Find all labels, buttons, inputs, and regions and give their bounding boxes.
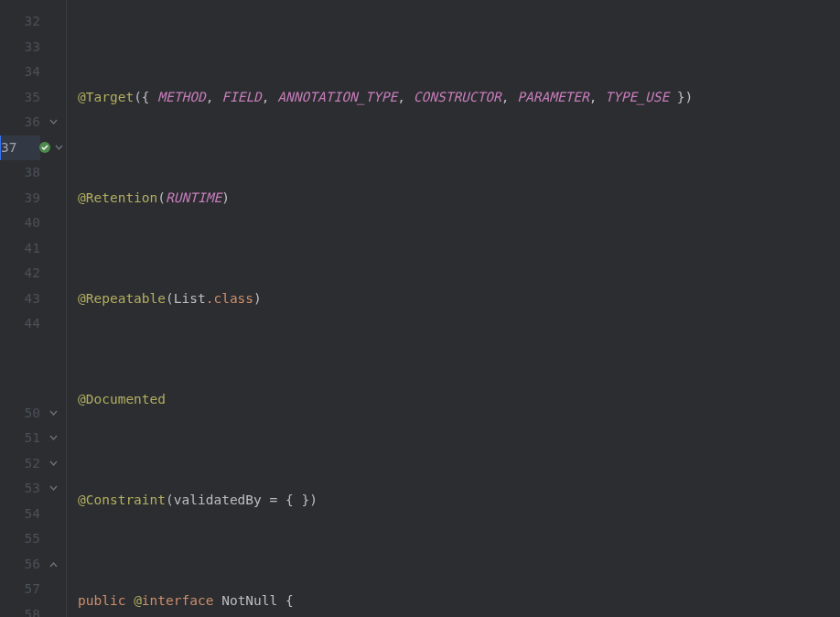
- line-number[interactable]: 35: [0, 85, 40, 111]
- line-number[interactable]: 54: [0, 502, 40, 527]
- line-number[interactable]: 55: [0, 526, 40, 552]
- line-number[interactable]: 52: [0, 451, 40, 477]
- line-number[interactable]: 42: [0, 261, 40, 287]
- line-number[interactable]: 50: [0, 401, 40, 427]
- code-line[interactable]: @Constraint(validatedBy = { }): [78, 488, 840, 514]
- code-line[interactable]: @Documented: [78, 387, 840, 413]
- line-number[interactable]: 33: [0, 35, 40, 60]
- line-number[interactable]: 58: [0, 602, 40, 618]
- fold-toggle-icon[interactable]: [40, 451, 66, 477]
- fold-toggle-icon[interactable]: [40, 552, 66, 578]
- line-number[interactable]: 43: [0, 287, 40, 312]
- line-number: [0, 337, 40, 401]
- code-line[interactable]: @Repeatable(List.class): [78, 287, 840, 312]
- line-number[interactable]: 51: [0, 426, 40, 451]
- line-number[interactable]: 53: [0, 476, 40, 502]
- code-line[interactable]: public @interface NotNull {: [78, 589, 840, 614]
- line-number[interactable]: 44: [0, 311, 40, 337]
- code-area[interactable]: @Target({ METHOD, FIELD, ANNOTATION_TYPE…: [67, 0, 840, 617]
- line-number[interactable]: 39: [0, 186, 40, 211]
- fold-toggle-icon[interactable]: [40, 110, 66, 135]
- line-number[interactable]: 32: [0, 9, 40, 35]
- implementing-method-icon[interactable]: [40, 135, 66, 161]
- fold-toggle-icon[interactable]: [40, 426, 66, 451]
- code-line[interactable]: @Target({ METHOD, FIELD, ANNOTATION_TYPE…: [78, 85, 840, 111]
- gutter: 32 33 34 35 36 37 38 39 40 41 42 43 44 5…: [0, 0, 66, 617]
- gutter-icon-strip: [40, 9, 66, 577]
- line-number[interactable]: 38: [0, 160, 40, 186]
- code-line[interactable]: @Retention(RUNTIME): [78, 186, 840, 211]
- line-number[interactable]: 40: [0, 211, 40, 236]
- fold-toggle-icon[interactable]: [40, 401, 66, 427]
- line-number[interactable]: 57: [0, 577, 40, 602]
- line-number[interactable]: 36: [0, 110, 40, 135]
- fold-toggle-icon[interactable]: [40, 476, 66, 502]
- line-number-current[interactable]: 37: [0, 135, 40, 161]
- line-number[interactable]: 34: [0, 60, 40, 85]
- line-number[interactable]: 56: [0, 552, 40, 578]
- code-editor[interactable]: 32 33 34 35 36 37 38 39 40 41 42 43 44 5…: [0, 0, 840, 617]
- line-number[interactable]: 41: [0, 236, 40, 262]
